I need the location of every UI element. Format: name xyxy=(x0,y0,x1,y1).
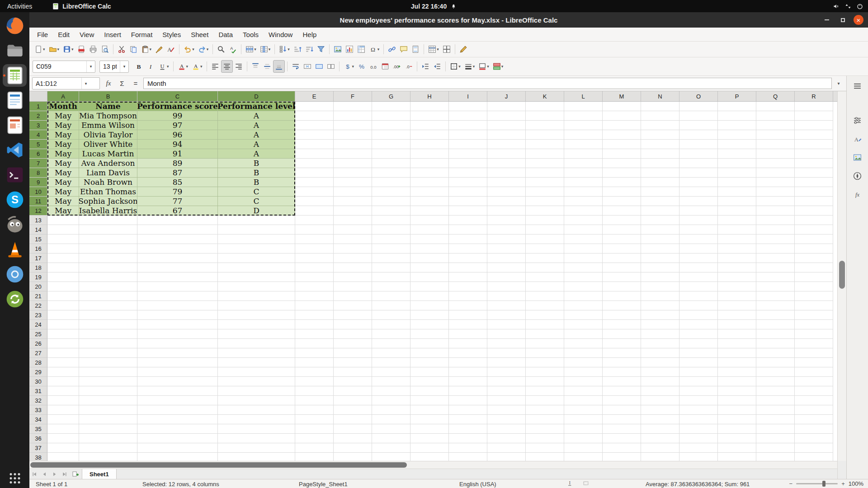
cell-E16[interactable] xyxy=(295,244,334,253)
cell-C29[interactable] xyxy=(137,367,218,377)
cell-F30[interactable] xyxy=(334,377,372,386)
cell-I3[interactable] xyxy=(449,121,487,130)
cell-F33[interactable] xyxy=(334,405,372,415)
cell-N9[interactable] xyxy=(641,178,679,187)
cell-F18[interactable] xyxy=(334,263,372,272)
cell-R35[interactable] xyxy=(795,424,833,434)
cell-D14[interactable] xyxy=(218,225,295,235)
cell-F34[interactable] xyxy=(334,415,372,424)
cell-J4[interactable] xyxy=(487,130,526,140)
cell-Q13[interactable] xyxy=(756,216,795,225)
spelling-button[interactable]: A xyxy=(227,43,239,56)
cell-K28[interactable] xyxy=(526,358,564,367)
cell-L7[interactable] xyxy=(564,159,603,168)
focused-app-indicator[interactable]: LibreOffice Calc xyxy=(52,3,111,10)
cell-J9[interactable] xyxy=(487,178,526,187)
cell-Q29[interactable] xyxy=(756,367,795,377)
cell-F37[interactable] xyxy=(334,443,372,453)
sidebar-properties-button[interactable] xyxy=(851,114,864,127)
cell-I31[interactable] xyxy=(449,386,487,396)
cell-L29[interactable] xyxy=(564,367,603,377)
cell-C36[interactable] xyxy=(137,434,218,443)
row-header-22[interactable]: 22 xyxy=(29,301,47,310)
cell-B25[interactable] xyxy=(79,329,137,339)
minimize-button[interactable] xyxy=(822,15,832,25)
dock-item-skype[interactable]: S xyxy=(3,188,27,211)
copy-button[interactable] xyxy=(127,43,139,56)
cell-G17[interactable] xyxy=(372,253,410,263)
cell-F24[interactable] xyxy=(334,320,372,329)
cell-O26[interactable] xyxy=(679,339,718,348)
cell-J17[interactable] xyxy=(487,253,526,263)
cell-I1[interactable] xyxy=(449,102,487,111)
cell-G2[interactable] xyxy=(372,111,410,121)
cut-button[interactable] xyxy=(116,43,127,56)
cell-J7[interactable] xyxy=(487,159,526,168)
dropdown-caret-icon[interactable]: ▾ xyxy=(437,47,439,52)
column-header-Q[interactable]: Q xyxy=(756,91,795,101)
cell-N10[interactable] xyxy=(641,187,679,197)
cell-G16[interactable] xyxy=(372,244,410,253)
name-box-dropdown-icon[interactable]: ▾ xyxy=(81,78,90,89)
cell-O18[interactable] xyxy=(679,263,718,272)
autosum-button[interactable]: Σ xyxy=(116,78,128,89)
cell-J31[interactable] xyxy=(487,386,526,396)
cell-Q24[interactable] xyxy=(756,320,795,329)
cell-F10[interactable] xyxy=(334,187,372,197)
cell-N17[interactable] xyxy=(641,253,679,263)
cell-M34[interactable] xyxy=(603,415,641,424)
cell-M31[interactable] xyxy=(603,386,641,396)
cell-D17[interactable] xyxy=(218,253,295,263)
cell-H18[interactable] xyxy=(410,263,449,272)
cell-P28[interactable] xyxy=(718,358,756,367)
cell-D7[interactable]: B xyxy=(218,159,295,168)
cell-A5[interactable]: May xyxy=(47,140,79,149)
cell-Q9[interactable] xyxy=(756,178,795,187)
cell-Q14[interactable] xyxy=(756,225,795,235)
cell-L24[interactable] xyxy=(564,320,603,329)
row-header-21[interactable]: 21 xyxy=(29,291,47,301)
cell-R24[interactable] xyxy=(795,320,833,329)
cell-J25[interactable] xyxy=(487,329,526,339)
dropdown-caret-icon[interactable]: ▾ xyxy=(288,47,290,52)
cell-C5[interactable]: 94 xyxy=(137,140,218,149)
function-wizard-button[interactable]: fx xyxy=(103,78,114,89)
cell-H20[interactable] xyxy=(410,282,449,291)
cell-O21[interactable] xyxy=(679,291,718,301)
zoom-level[interactable]: 100% xyxy=(849,480,863,487)
cell-E21[interactable] xyxy=(295,291,334,301)
cell-H27[interactable] xyxy=(410,348,449,358)
cell-A14[interactable] xyxy=(47,225,79,235)
cell-J35[interactable] xyxy=(487,424,526,434)
cell-H9[interactable] xyxy=(410,178,449,187)
cell-F26[interactable] xyxy=(334,339,372,348)
cell-A28[interactable] xyxy=(47,358,79,367)
cell-E3[interactable] xyxy=(295,121,334,130)
cell-J16[interactable] xyxy=(487,244,526,253)
row-header-35[interactable]: 35 xyxy=(29,424,47,434)
cell-L18[interactable] xyxy=(564,263,603,272)
row-header-34[interactable]: 34 xyxy=(29,415,47,424)
cell-R3[interactable] xyxy=(795,121,833,130)
cell-D2[interactable]: A xyxy=(218,111,295,121)
cell-Q28[interactable] xyxy=(756,358,795,367)
cell-A30[interactable] xyxy=(47,377,79,386)
cell-M33[interactable] xyxy=(603,405,641,415)
cell-R6[interactable] xyxy=(795,149,833,159)
dock-item-vlc[interactable] xyxy=(3,238,27,261)
vertical-scrollbar-thumb[interactable] xyxy=(839,261,845,289)
cell-C33[interactable] xyxy=(137,405,218,415)
cell-M2[interactable] xyxy=(603,111,641,121)
cell-P35[interactable] xyxy=(718,424,756,434)
dropdown-caret-icon[interactable]: ▾ xyxy=(487,64,489,69)
cell-L26[interactable] xyxy=(564,339,603,348)
cell-O10[interactable] xyxy=(679,187,718,197)
cell-C34[interactable] xyxy=(137,415,218,424)
cell-P27[interactable] xyxy=(718,348,756,358)
cell-H19[interactable] xyxy=(410,272,449,282)
cell-I19[interactable] xyxy=(449,272,487,282)
cell-I21[interactable] xyxy=(449,291,487,301)
cell-B3[interactable]: Emma Wilson xyxy=(79,121,137,130)
border-color-button[interactable]: ▾ xyxy=(476,60,491,73)
cell-A12[interactable]: May xyxy=(47,206,79,216)
